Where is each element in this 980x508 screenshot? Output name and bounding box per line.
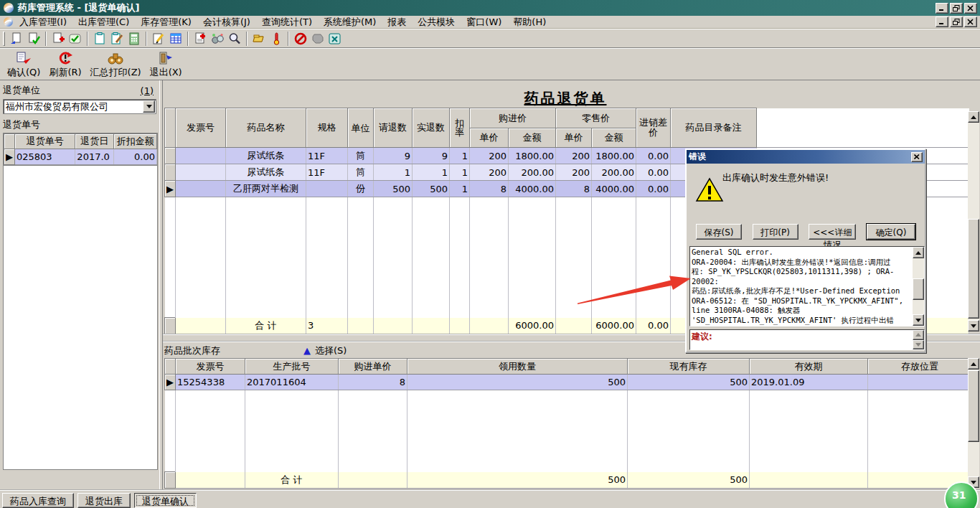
new-doc-icon[interactable] (8, 31, 25, 47)
combobox-dropdown-icon[interactable] (143, 100, 155, 113)
col-rate[interactable]: 扣率 (450, 108, 470, 148)
minimize-button[interactable] (936, 3, 948, 14)
scroll-down-icon[interactable] (913, 340, 924, 350)
col-spec[interactable]: 规格 (306, 108, 348, 148)
scroll-up-icon[interactable] (913, 330, 924, 340)
left-panel: 退货单位 (1) 福州市宏俊贸易有限公司 退货单号 退货单号 退货日 折扣金额 … (0, 80, 159, 489)
col-purchase-amount[interactable]: 金额 (509, 128, 556, 148)
details-button[interactable]: <<<详细情况 (809, 224, 856, 240)
tab-inbound-query[interactable]: 药品入库查询 (2, 493, 74, 508)
clipboard-edit-icon[interactable] (108, 31, 126, 47)
menu-outbound[interactable]: 出库管理(C) (72, 15, 135, 29)
close-box-icon[interactable] (326, 31, 344, 47)
menu-help[interactable]: 帮助(H) (507, 15, 552, 29)
menu-common[interactable]: 公共模块 (412, 15, 461, 29)
close-button[interactable] (964, 3, 977, 14)
scrollbar-thumb[interactable] (913, 278, 924, 300)
suggestion-box: 建议: (689, 329, 925, 350)
scrollbar-thumb[interactable] (968, 370, 979, 442)
verify-doc-icon[interactable] (25, 31, 42, 47)
menu-window[interactable]: 窗口(W) (461, 15, 507, 29)
menu-query[interactable]: 查询统计(T) (256, 15, 318, 29)
error-dialog-titlebar: 错误 (687, 150, 925, 164)
confirm-doc-icon (16, 51, 32, 65)
medical-doc-icon[interactable] (192, 31, 209, 47)
col-discount[interactable]: 折扣金额 (114, 134, 157, 149)
select-button[interactable]: 选择(S) (315, 344, 347, 357)
scroll-up-icon[interactable] (913, 247, 924, 258)
col-return-no[interactable]: 退货单号 (15, 134, 75, 149)
menu-maintenance[interactable]: 系统维护(M) (318, 15, 382, 29)
col-return-date[interactable]: 退货日 (75, 134, 114, 149)
col-retail-group[interactable]: 零售价 (556, 108, 636, 128)
error-dialog-close-icon[interactable] (911, 152, 923, 162)
thermometer-icon[interactable] (268, 31, 285, 47)
col-note[interactable]: 药品目录备注 (671, 108, 757, 148)
clipboard-icon[interactable] (91, 31, 108, 47)
bottom-tabbar: 药品入库查询 退货出库 退货单确认 (0, 489, 980, 508)
menu-accounting[interactable]: 会计核算(J) (197, 15, 256, 29)
col-purchase-price[interactable]: 单价 (470, 128, 509, 148)
batch-total-use-qty: 500 (407, 472, 628, 489)
write-doc-icon[interactable] (150, 31, 167, 47)
col-batch-invoice[interactable]: 发票号 (176, 359, 245, 375)
error-detail-text: General SQL error. ORA-20004: 出库确认时发生意外错… (690, 247, 913, 326)
find-binocular-icon[interactable] (209, 31, 226, 47)
batch-row-selected[interactable]: ▶ 15254338 2017011604 8 500 500 2019.01.… (165, 375, 972, 390)
return-list-empty-area[interactable] (3, 166, 158, 470)
return-list-row[interactable]: ▶ 025803 2017.0 0.00 (4, 149, 157, 165)
batch-section-title: 药品批次库存 (164, 344, 220, 357)
main-grid-scrollbar[interactable] (968, 111, 979, 331)
zoom-icon[interactable] (226, 31, 243, 47)
tab-return-outbound[interactable]: 退货出库 (77, 493, 131, 508)
add-doc-icon[interactable] (50, 31, 67, 47)
table-grid-icon[interactable] (167, 31, 184, 47)
confirm-button[interactable]: 确认(Q) (3, 50, 44, 80)
batch-total-stock: 500 (628, 472, 750, 489)
col-batch-expiry[interactable]: 有效期 (750, 359, 868, 375)
summary-print-button[interactable]: 汇总打印(Z) (86, 50, 146, 80)
col-diff[interactable]: 进销差价 (636, 108, 671, 148)
scroll-up-icon[interactable] (968, 358, 979, 370)
col-batch-stock[interactable]: 现有库存 (628, 359, 750, 375)
col-unit[interactable]: 单位 (348, 108, 374, 148)
menu-reports[interactable]: 报表 (382, 15, 412, 29)
scrollbar-thumb[interactable] (968, 219, 979, 319)
scroll-down-icon[interactable] (968, 320, 979, 331)
col-batch-price[interactable]: 购进单价 (339, 359, 407, 375)
print-button[interactable]: 打印(P) (753, 224, 798, 240)
return-unit-combobox[interactable]: 福州市宏俊贸易有限公司 (3, 99, 156, 114)
window-title: 药库管理系统 - [退货单确认] (18, 1, 936, 14)
ok-button[interactable]: 确定(Q) (867, 224, 915, 240)
calculator-icon[interactable] (126, 31, 143, 47)
col-retail-price[interactable]: 单价 (556, 128, 592, 148)
col-drug-name[interactable]: 药品名称 (226, 108, 306, 148)
detail-scrollbar[interactable] (913, 247, 924, 326)
scroll-up-icon[interactable] (968, 111, 979, 123)
confirm-check-icon[interactable] (67, 31, 84, 47)
row-marker-icon: ▶ (165, 181, 176, 197)
col-retail-amount[interactable]: 金额 (592, 128, 636, 148)
child-minimize-button[interactable] (936, 17, 948, 27)
restore-button[interactable] (950, 3, 963, 14)
batch-grid-scrollbar[interactable] (968, 358, 979, 488)
save-button[interactable]: 保存(S) (696, 224, 742, 240)
col-batch-location[interactable]: 存放位置 (868, 359, 972, 375)
toolbar-grip[interactable] (3, 32, 5, 46)
folder-open-icon[interactable] (250, 31, 268, 47)
col-purchase-group[interactable]: 购进价 (470, 108, 556, 128)
tab-return-confirm[interactable]: 退货单确认 (134, 493, 197, 508)
child-close-button[interactable] (964, 17, 977, 27)
menu-inbound[interactable]: 入库管理(I) (14, 15, 72, 29)
col-act-qty[interactable]: 实退数 (413, 108, 450, 148)
col-batch-no[interactable]: 生产批号 (245, 359, 339, 375)
scroll-down-icon[interactable] (913, 314, 924, 326)
col-invoice[interactable]: 发票号 (176, 108, 226, 148)
menu-inventory[interactable]: 库存管理(K) (135, 15, 197, 29)
col-req-qty[interactable]: 请退数 (374, 108, 413, 148)
forbidden-icon[interactable] (292, 31, 309, 47)
exit-button[interactable]: 退出(X) (146, 50, 187, 80)
col-batch-use-qty[interactable]: 领用数量 (407, 359, 628, 375)
child-restore-button[interactable] (950, 17, 963, 27)
refresh-button[interactable]: 刷新(R) (44, 50, 85, 80)
